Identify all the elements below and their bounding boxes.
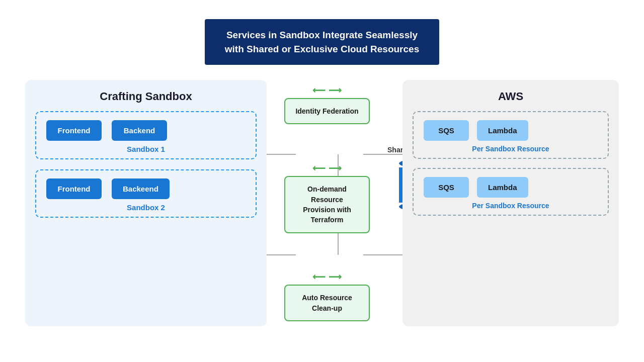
auto-cleanup-arrows: ⟵ ⟶ bbox=[312, 272, 342, 283]
right-panel: AWS SQS Lambda Per Sandbox Resource SQS … bbox=[403, 80, 619, 326]
sandbox2-services: Frontend Backeend bbox=[46, 178, 246, 199]
sandbox2-label: Sandbox 2 bbox=[46, 203, 246, 212]
aws-group2-box: SQS Lambda Per Sandbox Resource bbox=[413, 168, 609, 216]
sandbox1-backend: Backend bbox=[112, 120, 167, 141]
sandbox2-box: Frontend Backeend Sandbox 2 bbox=[35, 169, 257, 218]
center-column: ⟵ ⟶ Identity Federation ⟵ ⟶ On-demand Re… bbox=[272, 80, 382, 326]
ondemand-arrows: ⟵ ⟶ bbox=[312, 163, 342, 174]
aws-group1-lambda: Lambda bbox=[477, 120, 528, 141]
arrow-left-2: ⟵ bbox=[312, 163, 326, 174]
aws-title: AWS bbox=[413, 90, 609, 103]
aws-group2-services: SQS Lambda bbox=[424, 177, 598, 198]
identity-federation-arrows: ⟵ ⟶ bbox=[312, 85, 342, 96]
aws-group2-label: Per Sandbox Resource bbox=[424, 202, 598, 210]
aws-group1-box: SQS Lambda Per Sandbox Resource bbox=[413, 111, 609, 159]
auto-cleanup-group: ⟵ ⟶ Auto Resource Clean-up bbox=[284, 272, 370, 321]
ondemand-line1: On-demand bbox=[307, 185, 347, 193]
aws-group1-services: SQS Lambda bbox=[424, 120, 598, 141]
auto-cleanup-text: Auto Resource Clean-up bbox=[302, 294, 352, 312]
arrow-right-1: ⟶ bbox=[329, 85, 342, 96]
sandbox1-frontend: Frontend bbox=[46, 120, 102, 141]
aws-group2-sqs: SQS bbox=[424, 177, 469, 198]
sandbox1-services: Frontend Backend bbox=[46, 120, 246, 141]
arrow-right-3: ⟶ bbox=[329, 272, 342, 283]
title-line1: Services in Sandbox Integrate Seamlessly bbox=[226, 30, 418, 40]
auto-cleanup-box: Auto Resource Clean-up bbox=[284, 285, 370, 321]
arrow-left-1: ⟵ bbox=[312, 85, 326, 96]
arrow-left-3: ⟵ bbox=[312, 272, 326, 283]
sandbox1-box: Frontend Backend Sandbox 1 bbox=[35, 111, 257, 159]
sandbox1-label: Sandbox 1 bbox=[46, 145, 246, 153]
title-line2: with Shared or Exclusive Cloud Resources bbox=[225, 44, 419, 54]
sandbox2-backend: Backeend bbox=[112, 178, 170, 199]
identity-federation-box: Identity Federation bbox=[284, 98, 370, 124]
aws-group2-lambda: Lambda bbox=[477, 177, 528, 198]
ondemand-line3: Provision with bbox=[303, 206, 351, 214]
aws-group1-label: Per Sandbox Resource bbox=[424, 145, 598, 153]
aws-group1-sqs: SQS bbox=[424, 120, 469, 141]
identity-federation-text: Identity Federation bbox=[295, 107, 358, 115]
sandbox2-frontend: Frontend bbox=[46, 178, 102, 199]
diagram: Crafting Sandbox Frontend Backend Sandbo… bbox=[25, 80, 619, 336]
title-banner: Services in Sandbox Integrate Seamlessly… bbox=[205, 19, 439, 65]
crafting-sandbox-title: Crafting Sandbox bbox=[35, 90, 257, 103]
left-panel: Crafting Sandbox Frontend Backend Sandbo… bbox=[25, 80, 267, 326]
arrow-right-2: ⟶ bbox=[329, 163, 342, 174]
identity-federation-group: ⟵ ⟶ Identity Federation bbox=[284, 85, 370, 124]
ondemand-box: On-demand Resource Provision with Terraf… bbox=[284, 176, 370, 233]
ondemand-group: ⟵ ⟶ On-demand Resource Provision with Te… bbox=[284, 163, 370, 233]
ondemand-line4: Terraform bbox=[310, 216, 343, 224]
ondemand-line2: Resource bbox=[311, 196, 343, 204]
